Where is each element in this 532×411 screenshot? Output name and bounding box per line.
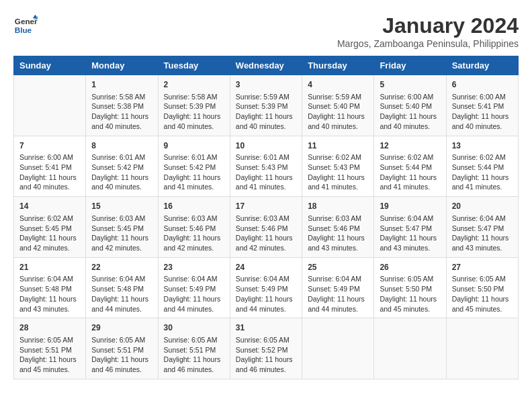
calendar-cell: 26Sunrise: 6:05 AM Sunset: 5:50 PM Dayli… [374,257,446,318]
day-info: Sunrise: 5:59 AM Sunset: 5:40 PM Dayligh… [308,92,368,132]
day-info: Sunrise: 6:02 AM Sunset: 5:45 PM Dayligh… [19,214,80,253]
day-info: Sunrise: 6:00 AM Sunset: 5:40 PM Dayligh… [380,92,440,132]
day-number: 12 [380,140,440,152]
calendar-cell: 23Sunrise: 6:04 AM Sunset: 5:49 PM Dayli… [158,257,230,318]
day-number: 26 [380,262,440,273]
calendar-table: SundayMondayTuesdayWednesdayThursdayFrid… [13,56,519,379]
day-number: 19 [380,201,440,212]
day-info: Sunrise: 6:05 AM Sunset: 5:51 PM Dayligh… [19,335,80,375]
calendar-cell: 27Sunrise: 6:05 AM Sunset: 5:50 PM Dayli… [446,257,518,318]
weekday-header-sunday: Sunday [14,56,86,75]
day-info: Sunrise: 6:04 AM Sunset: 5:48 PM Dayligh… [19,274,80,314]
day-info: Sunrise: 6:03 AM Sunset: 5:46 PM Dayligh… [308,214,368,253]
calendar-cell: 13Sunrise: 6:02 AM Sunset: 5:44 PM Dayli… [446,136,518,197]
day-number: 10 [236,140,296,152]
calendar-cell: 4Sunrise: 5:59 AM Sunset: 5:40 PM Daylig… [302,75,374,136]
calendar-cell: 31Sunrise: 6:05 AM Sunset: 5:52 PM Dayli… [230,318,302,379]
calendar-cell: 21Sunrise: 6:04 AM Sunset: 5:48 PM Dayli… [14,257,86,318]
weekday-header-friday: Friday [374,56,446,75]
day-info: Sunrise: 6:05 AM Sunset: 5:52 PM Dayligh… [236,335,296,375]
day-number: 24 [236,262,296,273]
day-number: 3 [236,79,296,91]
day-number: 21 [19,262,80,273]
day-number: 22 [91,262,152,273]
calendar-cell: 2Sunrise: 5:58 AM Sunset: 5:39 PM Daylig… [158,75,230,136]
calendar-cell [446,318,518,379]
calendar-cell: 1Sunrise: 5:58 AM Sunset: 5:38 PM Daylig… [86,75,158,136]
day-info: Sunrise: 6:03 AM Sunset: 5:46 PM Dayligh… [236,214,296,253]
calendar-cell: 8Sunrise: 6:01 AM Sunset: 5:42 PM Daylig… [86,136,158,197]
day-info: Sunrise: 6:03 AM Sunset: 5:46 PM Dayligh… [164,214,224,253]
day-info: Sunrise: 6:02 AM Sunset: 5:44 PM Dayligh… [380,152,440,192]
day-number: 20 [452,201,513,212]
day-info: Sunrise: 6:05 AM Sunset: 5:50 PM Dayligh… [452,274,513,314]
day-number: 2 [164,79,224,91]
day-info: Sunrise: 5:59 AM Sunset: 5:39 PM Dayligh… [236,92,296,132]
day-number: 4 [308,79,368,91]
day-info: Sunrise: 6:00 AM Sunset: 5:41 PM Dayligh… [452,92,513,132]
title-area: January 2024 Margos, Zamboanga Peninsula… [337,13,519,49]
calendar-week-row: 14Sunrise: 6:02 AM Sunset: 5:45 PM Dayli… [14,197,519,258]
calendar-cell: 28Sunrise: 6:05 AM Sunset: 5:51 PM Dayli… [14,318,86,379]
calendar-cell: 29Sunrise: 6:05 AM Sunset: 5:51 PM Dayli… [86,318,158,379]
day-number: 29 [91,322,152,334]
calendar-cell: 10Sunrise: 6:01 AM Sunset: 5:43 PM Dayli… [230,136,302,197]
day-info: Sunrise: 6:01 AM Sunset: 5:42 PM Dayligh… [164,152,224,192]
day-info: Sunrise: 6:04 AM Sunset: 5:49 PM Dayligh… [308,274,368,314]
day-number: 23 [164,262,224,273]
day-number: 25 [308,262,368,273]
calendar-cell: 30Sunrise: 6:05 AM Sunset: 5:51 PM Dayli… [158,318,230,379]
svg-text:Blue: Blue [15,26,32,34]
calendar-cell: 5Sunrise: 6:00 AM Sunset: 5:40 PM Daylig… [374,75,446,136]
day-number: 8 [91,140,152,152]
day-info: Sunrise: 6:04 AM Sunset: 5:47 PM Dayligh… [380,214,440,253]
weekday-header-tuesday: Tuesday [158,56,230,75]
calendar-cell: 15Sunrise: 6:03 AM Sunset: 5:45 PM Dayli… [86,197,158,258]
day-number: 1 [91,79,152,91]
day-info: Sunrise: 6:04 AM Sunset: 5:49 PM Dayligh… [236,274,296,314]
day-info: Sunrise: 6:05 AM Sunset: 5:50 PM Dayligh… [380,274,440,314]
logo-icon: General Blue [13,13,38,38]
weekday-header-wednesday: Wednesday [230,56,302,75]
day-number: 9 [164,140,224,152]
weekday-header-monday: Monday [86,56,158,75]
calendar-week-row: 21Sunrise: 6:04 AM Sunset: 5:48 PM Dayli… [14,257,519,318]
day-info: Sunrise: 5:58 AM Sunset: 5:38 PM Dayligh… [91,92,152,132]
calendar-cell: 12Sunrise: 6:02 AM Sunset: 5:44 PM Dayli… [374,136,446,197]
weekday-header-saturday: Saturday [446,56,518,75]
day-number: 16 [164,201,224,212]
weekday-header-thursday: Thursday [302,56,374,75]
calendar-cell: 22Sunrise: 6:04 AM Sunset: 5:48 PM Dayli… [86,257,158,318]
calendar-cell: 6Sunrise: 6:00 AM Sunset: 5:41 PM Daylig… [446,75,518,136]
calendar-cell: 24Sunrise: 6:04 AM Sunset: 5:49 PM Dayli… [230,257,302,318]
calendar-cell: 20Sunrise: 6:04 AM Sunset: 5:47 PM Dayli… [446,197,518,258]
calendar-week-row: 28Sunrise: 6:05 AM Sunset: 5:51 PM Dayli… [14,318,519,379]
day-number: 5 [380,79,440,91]
day-number: 28 [19,322,80,334]
calendar-week-row: 1Sunrise: 5:58 AM Sunset: 5:38 PM Daylig… [14,75,519,136]
day-info: Sunrise: 6:05 AM Sunset: 5:51 PM Dayligh… [91,335,152,375]
day-info: Sunrise: 5:58 AM Sunset: 5:39 PM Dayligh… [164,92,224,132]
calendar-cell [374,318,446,379]
weekday-header-row: SundayMondayTuesdayWednesdayThursdayFrid… [14,56,519,75]
calendar-cell: 14Sunrise: 6:02 AM Sunset: 5:45 PM Dayli… [14,197,86,258]
day-number: 30 [164,322,224,334]
day-info: Sunrise: 6:02 AM Sunset: 5:43 PM Dayligh… [308,152,368,192]
calendar-cell: 9Sunrise: 6:01 AM Sunset: 5:42 PM Daylig… [158,136,230,197]
day-number: 31 [236,322,296,334]
day-number: 13 [452,140,513,152]
logo: General Blue [13,13,38,38]
calendar-cell: 3Sunrise: 5:59 AM Sunset: 5:39 PM Daylig… [230,75,302,136]
day-info: Sunrise: 6:01 AM Sunset: 5:42 PM Dayligh… [91,152,152,192]
day-info: Sunrise: 6:00 AM Sunset: 5:41 PM Dayligh… [19,152,80,192]
month-title: January 2024 [337,13,519,38]
calendar-cell [14,75,86,136]
day-number: 18 [308,201,368,212]
day-info: Sunrise: 6:04 AM Sunset: 5:48 PM Dayligh… [91,274,152,314]
calendar-cell: 7Sunrise: 6:00 AM Sunset: 5:41 PM Daylig… [14,136,86,197]
day-number: 14 [19,201,80,212]
location: Margos, Zamboanga Peninsula, Philippines [337,38,519,49]
day-info: Sunrise: 6:05 AM Sunset: 5:51 PM Dayligh… [164,335,224,375]
calendar-cell [302,318,374,379]
calendar-cell: 11Sunrise: 6:02 AM Sunset: 5:43 PM Dayli… [302,136,374,197]
